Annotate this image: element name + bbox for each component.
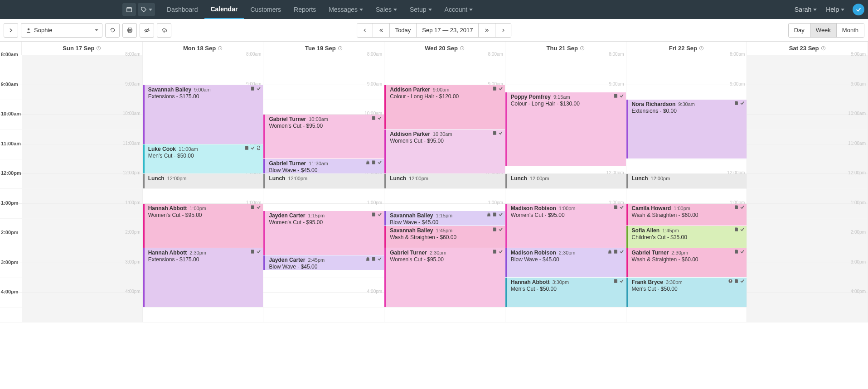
help-menu[interactable]: Help bbox=[821, 6, 849, 13]
clock-icon bbox=[580, 46, 585, 51]
event-customer: Savannah Bailey bbox=[390, 227, 433, 234]
calendar-event[interactable]: Savannah Bailey9:00amExtensions - $175.0… bbox=[143, 85, 263, 144]
staff-select[interactable]: Sophie bbox=[21, 23, 102, 38]
day-header[interactable]: Fri 22 Sep bbox=[626, 42, 747, 55]
event-time: 2:45pm bbox=[308, 257, 325, 263]
nav-reports[interactable]: Reports bbox=[287, 0, 322, 19]
calendar-event[interactable]: Gabriel Turner11:30amBlow Wave - $45.00 bbox=[263, 159, 384, 173]
nav-setup[interactable]: Setup bbox=[403, 0, 438, 19]
calendar-event[interactable]: Gabriel Turner10:00amWomen's Cut - $95.0… bbox=[263, 115, 384, 158]
calendar-event[interactable]: Poppy Pomfrey9:15amColour - Long Hair - … bbox=[505, 92, 626, 166]
day-header[interactable]: Tue 19 Sep bbox=[263, 42, 384, 55]
next-week-button[interactable] bbox=[495, 24, 511, 37]
calendar-event[interactable]: Gabriel Turner2:30pmWomen's Cut - $95.00 bbox=[384, 248, 505, 307]
calendar-event[interactable]: Addison Parker9:00amColour - Long Hair -… bbox=[384, 85, 505, 129]
event-time: 12:00pm bbox=[288, 176, 307, 181]
time-label: 10:00am bbox=[1, 111, 21, 116]
calendar-event[interactable]: Hannah Abbott2:30pmExtensions - $175.00 bbox=[143, 248, 263, 307]
nav-calendar[interactable]: Calendar bbox=[204, 0, 244, 19]
print-button[interactable] bbox=[122, 23, 137, 38]
event-customer: Savannah Bailey bbox=[148, 86, 191, 93]
ghost-time: 9:00am bbox=[730, 82, 745, 86]
event-service: Blow Wave - $45.00 bbox=[269, 167, 382, 173]
view-month-button[interactable]: Month bbox=[837, 24, 864, 37]
calendar-event[interactable]: Savannah Bailey1:15pmBlow Wave - $45.00 bbox=[384, 211, 505, 226]
event-customer: Lunch bbox=[269, 175, 285, 182]
today-button[interactable]: Today bbox=[390, 24, 417, 37]
date-range-display[interactable]: Sep 17 — 23, 2017 bbox=[417, 24, 479, 37]
nav-messages[interactable]: Messages bbox=[322, 0, 369, 19]
day-header[interactable]: Sat 23 Sep bbox=[747, 42, 868, 55]
calendar-event[interactable]: Luke Cook11:00amMen's Cut - $50.00 bbox=[143, 144, 263, 174]
event-service: Women's Cut - $95.00 bbox=[269, 123, 382, 129]
calendar-icon-button[interactable] bbox=[122, 3, 136, 16]
view-day-button[interactable]: Day bbox=[789, 24, 810, 37]
calendar-event[interactable]: Sofia Allen1:45pmChildren's Cut - $35.00 bbox=[626, 226, 747, 248]
calendar-event[interactable]: Nora Richardson9:30amExtensions - $0.00 bbox=[626, 100, 747, 158]
ghost-time: 10:00am bbox=[848, 111, 866, 116]
nav-customers[interactable]: Customers bbox=[244, 0, 287, 19]
caret-down-icon bbox=[393, 9, 397, 11]
day-column[interactable]: 8:00am9:00am10:00am11:00am12:00pm1:00pm2… bbox=[263, 55, 384, 322]
nav-account[interactable]: Account bbox=[438, 0, 480, 19]
calendar-event[interactable]: Addison Parker10:30amWomen's Cut - $95.0… bbox=[384, 130, 505, 173]
prev-week-button[interactable] bbox=[357, 24, 373, 37]
day-column[interactable]: 8:00am9:00am10:00am11:00am12:00pm1:00pm2… bbox=[22, 55, 143, 322]
chevrons-left-icon bbox=[378, 28, 384, 33]
calendar-event[interactable]: Savannah Bailey1:45pmWash & Straighten -… bbox=[384, 226, 505, 248]
ghost-time: 9:00am bbox=[609, 82, 624, 86]
nav-dashboard[interactable]: Dashboard bbox=[160, 0, 204, 19]
expand-sidebar-button[interactable] bbox=[4, 23, 18, 38]
calendar-event[interactable]: Lunch12:00pm bbox=[626, 174, 747, 188]
export-button[interactable] bbox=[157, 23, 171, 38]
calendar-event[interactable]: Frank Bryce3:30pmMen's Cut - $50.00 bbox=[626, 278, 747, 307]
event-time: 1:15pm bbox=[436, 213, 453, 218]
event-time: 3:30pm bbox=[552, 279, 569, 285]
user-menu[interactable]: Sarah bbox=[790, 6, 821, 13]
prev-period-button[interactable] bbox=[373, 24, 390, 37]
event-customer: Nora Richardson bbox=[632, 101, 676, 107]
calendar-event[interactable]: Camila Howard1:00pmWash & Straighten - $… bbox=[626, 204, 747, 226]
calendar-event[interactable]: Lunch12:00pm bbox=[263, 174, 384, 188]
calendar-event[interactable]: Madison Robison1:00pmWomen's Cut - $95.0… bbox=[505, 204, 626, 248]
calendar-event[interactable]: Hannah Abbott1:00pmWomen's Cut - $95.00 bbox=[143, 204, 263, 248]
calendar-event[interactable]: Madison Robison2:30pmBlow Wave - $45.00 bbox=[505, 248, 626, 278]
tag-dropdown-button[interactable] bbox=[138, 3, 155, 16]
calendar-event[interactable]: Lunch12:00pm bbox=[384, 174, 505, 188]
day-header[interactable]: Thu 21 Sep bbox=[505, 42, 626, 55]
calendar-event[interactable]: Hannah Abbott3:30pmMen's Cut - $50.00 bbox=[505, 278, 626, 307]
ghost-time: 4:00pm bbox=[851, 289, 866, 294]
day-header[interactable]: Sun 17 Sep bbox=[22, 42, 143, 55]
day-column[interactable]: 8:00am9:00am10:00am11:00am12:00pm1:00pm2… bbox=[626, 55, 747, 322]
day-column[interactable]: 8:00am9:00am10:00am11:00am12:00pm1:00pm2… bbox=[747, 55, 868, 322]
event-icons bbox=[613, 93, 624, 98]
time-label: 12:00pm bbox=[1, 170, 21, 176]
check-icon bbox=[855, 6, 862, 13]
notification-badge[interactable] bbox=[853, 4, 864, 15]
day-header[interactable]: Mon 18 Sep bbox=[143, 42, 264, 55]
event-icons bbox=[365, 256, 382, 261]
ghost-time: 1:00pm bbox=[125, 200, 140, 205]
ghost-time: 9:00am bbox=[367, 82, 382, 86]
day-header[interactable]: Wed 20 Sep bbox=[384, 42, 505, 55]
event-service: Wash & Straighten - $60.00 bbox=[632, 256, 745, 263]
calendar-event[interactable]: Jayden Carter1:15pmWomen's Cut - $95.00 bbox=[263, 211, 384, 255]
view-week-button[interactable]: Week bbox=[810, 24, 837, 37]
calendar-event[interactable]: Jayden Carter2:45pmBlow Wave - $45.00 bbox=[263, 255, 384, 270]
calendar-event[interactable]: Gabriel Turner2:30pmWash & Straighten - … bbox=[626, 248, 747, 278]
event-time: 1:00pm bbox=[189, 206, 206, 211]
clock-icon bbox=[821, 46, 826, 51]
calendar-event[interactable]: Lunch12:00pm bbox=[505, 174, 626, 188]
nav-sales[interactable]: Sales bbox=[369, 0, 403, 19]
day-column[interactable]: 8:00am9:00am10:00am11:00am12:00pm1:00pm2… bbox=[143, 55, 264, 322]
event-icons bbox=[250, 205, 261, 210]
refresh-button[interactable] bbox=[105, 23, 120, 38]
next-period-button[interactable] bbox=[479, 24, 495, 37]
day-column[interactable]: 8:00am9:00am10:00am11:00am12:00pm1:00pm2… bbox=[505, 55, 626, 322]
nav-right: Sarah Help bbox=[790, 4, 868, 15]
hide-show-button[interactable] bbox=[140, 23, 154, 38]
calendar-event[interactable]: Lunch12:00pm bbox=[143, 174, 263, 188]
calendar-grid[interactable]: 8:00am9:00am10:00am11:00am12:00pm1:00pm2… bbox=[0, 55, 868, 322]
svg-rect-16 bbox=[730, 282, 731, 282]
day-column[interactable]: 8:00am9:00am10:00am11:00am12:00pm1:00pm2… bbox=[384, 55, 505, 322]
